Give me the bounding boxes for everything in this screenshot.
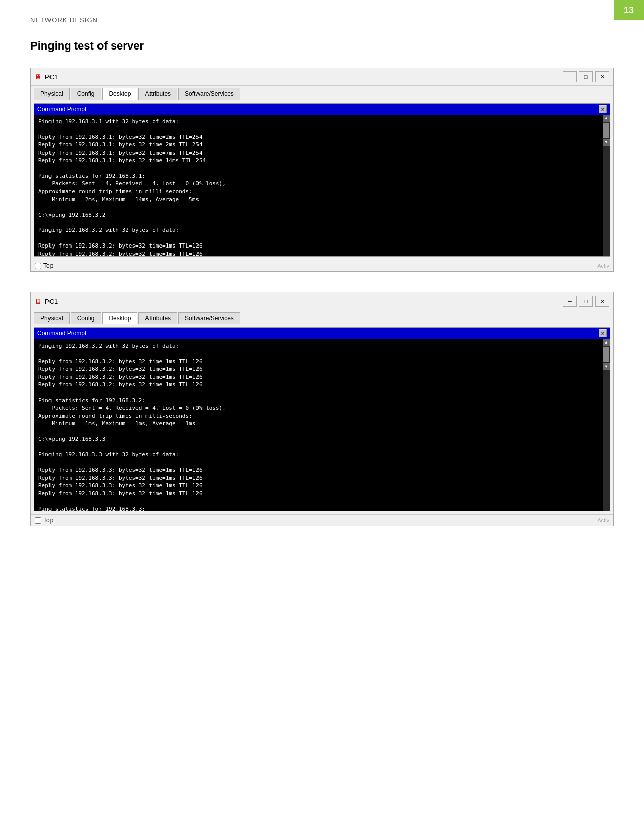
section-title: Pinging test of server [0,29,644,68]
maximize-button-1[interactable]: □ [579,71,593,82]
cmd-content-2[interactable]: Pinging 192.168.3.2 with 32 bytes of dat… [34,339,610,511]
scroll-up-1[interactable]: ▲ [603,115,610,122]
page-header: NETWORK DESIGN [0,0,644,29]
cmd-text-1: Pinging 192.168.3.1 with 32 bytes of dat… [38,118,606,256]
pc-icon-1: 🖥 [35,73,42,81]
cmd-content-1[interactable]: Pinging 192.168.3.1 with 32 bytes of dat… [34,115,610,256]
cmd-scrollbar-1[interactable]: ▲ ▼ [603,115,610,256]
minimize-icon-1: ─ [568,74,572,80]
close-icon-2: ✕ [600,298,605,305]
tab-1-attributes[interactable]: Attributes [138,88,177,100]
activ-watermark-1: Activ [597,263,609,269]
cmd-window-1: Command Prompt ✕ Pinging 192.168.3.1 wit… [34,103,610,257]
document-title: NETWORK DESIGN [30,16,98,24]
top-checkbox-input-2[interactable] [35,517,41,524]
window-1: 🖥 PC1 ─ □ ✕ Physical Config Desktop Attr… [30,68,614,272]
cmd-text-2: Pinging 192.168.3.2 with 32 bytes of dat… [38,342,606,511]
tab-1-desktop[interactable]: Desktop [102,88,137,100]
scroll-down-1[interactable]: ▼ [603,139,610,146]
window-2-wrapper: 🖥 PC1 ─ □ ✕ Physical Config Desktop Attr… [30,292,614,526]
tab-2-attributes[interactable]: Attributes [138,312,177,324]
top-checkbox-label-2[interactable]: Top [35,517,53,524]
tab-2-software-services[interactable]: Software/Services [178,312,240,324]
scroll-down-2[interactable]: ▼ [603,363,610,370]
window-1-title: 🖥 PC1 [35,73,58,81]
tab-1-config[interactable]: Config [71,88,102,100]
minimize-button-2[interactable]: ─ [563,296,577,307]
cmd-close-2[interactable]: ✕ [599,329,607,337]
maximize-icon-2: □ [584,298,588,304]
tab-1-software-services[interactable]: Software/Services [178,88,240,100]
cmd-titlebar-1: Command Prompt ✕ [34,104,610,115]
tab-2-desktop[interactable]: Desktop [102,312,137,324]
window-1-wrapper: 🖥 PC1 ─ □ ✕ Physical Config Desktop Attr… [30,68,614,272]
close-button-1[interactable]: ✕ [595,71,609,82]
top-checkbox-label-1[interactable]: Top [35,262,53,269]
close-button-2[interactable]: ✕ [595,296,609,307]
tabs-1: Physical Config Desktop Attributes Softw… [31,86,613,100]
cmd-titlebar-2: Command Prompt ✕ [34,328,610,339]
bottom-bar-1: Top Activ [31,260,613,271]
scroll-thumb-2[interactable] [603,347,609,362]
cmd-scrollbar-2[interactable]: ▲ ▼ [603,339,610,511]
cmd-window-2: Command Prompt ✕ Pinging 192.168.3.2 wit… [34,327,610,511]
minimize-icon-2: ─ [568,298,572,304]
window-2-controls: ─ □ ✕ [563,296,609,307]
tabs-2: Physical Config Desktop Attributes Softw… [31,310,613,324]
pc-icon-2: 🖥 [35,297,42,305]
window-1-controls: ─ □ ✕ [563,71,609,82]
top-checkbox-text-2: Top [43,517,53,524]
tab-2-config[interactable]: Config [71,312,102,324]
cmd-close-1[interactable]: ✕ [599,105,607,113]
window-2: 🖥 PC1 ─ □ ✕ Physical Config Desktop Attr… [30,292,614,526]
bottom-bar-2: Top Activ [31,514,613,526]
maximize-icon-1: □ [584,74,588,80]
tab-1-physical[interactable]: Physical [34,88,70,100]
titlebar-1: 🖥 PC1 ─ □ ✕ [31,68,613,86]
cmd-title-1: Command Prompt [37,106,86,113]
close-icon-1: ✕ [600,74,605,80]
cmd-title-2: Command Prompt [37,330,86,337]
top-checkbox-text-1: Top [43,262,53,269]
scroll-up-2[interactable]: ▲ [603,339,610,346]
window-2-title: 🖥 PC1 [35,297,58,305]
top-checkbox-input-1[interactable] [35,263,41,269]
maximize-button-2[interactable]: □ [579,296,593,307]
window-2-title-text: PC1 [45,298,58,305]
tab-2-physical[interactable]: Physical [34,312,70,324]
minimize-button-1[interactable]: ─ [563,71,577,82]
titlebar-2: 🖥 PC1 ─ □ ✕ [31,292,613,310]
scroll-thumb-1[interactable] [603,123,609,138]
page-number: 13 [614,0,644,20]
activ-watermark-2: Activ [597,517,609,523]
window-1-title-text: PC1 [45,73,58,81]
